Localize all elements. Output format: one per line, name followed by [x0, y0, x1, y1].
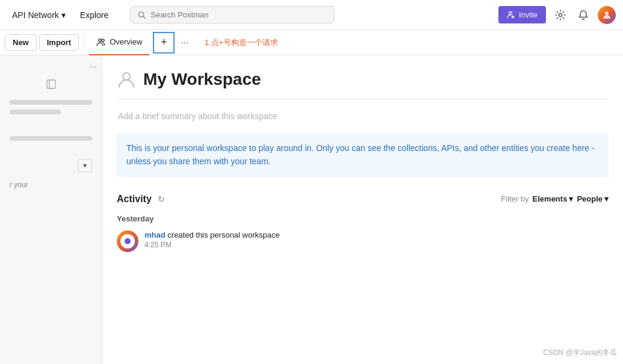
sidebar-dropdown-button[interactable]: ▾	[78, 159, 92, 172]
api-network-label: API Network	[12, 10, 59, 20]
svg-point-2	[509, 11, 512, 14]
search-bar[interactable]	[130, 6, 335, 23]
new-button[interactable]: New	[5, 34, 37, 51]
avatar-dot	[125, 238, 131, 244]
dropdown-label: ▾	[83, 161, 87, 170]
svg-point-7	[99, 39, 101, 41]
people-filter-button[interactable]: People ▾	[577, 194, 609, 203]
sidebar-placeholder-bar2	[10, 136, 92, 141]
sidebar-dropdown[interactable]: ▾	[0, 155, 102, 176]
activity-item: mhad created this personal workspace 4:2…	[117, 230, 609, 252]
import-button-label: Import	[47, 38, 71, 47]
sidebar-preview-label: r your	[10, 180, 28, 189]
activity-user-link[interactable]: mhad	[144, 230, 166, 239]
elements-filter-label: Elements	[533, 194, 568, 203]
activity-user-avatar	[117, 230, 138, 252]
tab-divider	[84, 34, 84, 51]
explore-button[interactable]: Explore	[75, 8, 113, 22]
overview-tab[interactable]: Overview	[89, 30, 149, 55]
sidebar-placeholder-bar-short	[10, 110, 61, 114]
search-icon	[138, 11, 146, 19]
info-box-text: This is your personal workspace to play …	[126, 141, 599, 168]
explore-label: Explore	[80, 10, 108, 20]
activity-title: Activity	[117, 194, 152, 205]
settings-button[interactable]	[552, 7, 569, 23]
main-content: My Workspace Add a brief summary about t…	[102, 55, 623, 364]
left-sidebar: ··· ▾ r your	[0, 55, 102, 364]
user-avatar[interactable]	[598, 6, 616, 24]
activity-header: Activity ↻ Filter by Elements ▾ People ▾	[117, 194, 609, 205]
summary-placeholder[interactable]: Add a brief summary about this workspace	[117, 111, 609, 121]
notification-button[interactable]	[575, 7, 592, 23]
svg-point-5	[559, 13, 562, 16]
filter-controls: Filter by Elements ▾ People ▾	[501, 194, 609, 203]
tab-bar: New Import Overview + ··· 1.点+号构造一个请求	[0, 30, 623, 55]
svg-rect-9	[47, 80, 55, 88]
bell-icon	[577, 9, 589, 21]
people-icon	[96, 38, 106, 46]
svg-point-8	[102, 39, 104, 41]
watermark-text: CSDN @学Java的冬瓜	[543, 348, 617, 358]
more-tabs-button[interactable]: ···	[177, 35, 192, 51]
sidebar-collapsed-icon	[0, 73, 102, 95]
elements-filter-button[interactable]: Elements ▾	[533, 194, 574, 203]
person-plus-icon	[507, 11, 515, 19]
people-chevron-icon: ▾	[604, 194, 609, 203]
info-box: This is your personal workspace to play …	[117, 133, 609, 177]
new-tab-button[interactable]: +	[153, 32, 175, 54]
workspace-avatar-icon	[117, 70, 136, 89]
activity-text: mhad created this personal workspace	[144, 230, 280, 239]
overview-tab-label: Overview	[110, 37, 142, 46]
people-filter-label: People	[577, 194, 603, 203]
search-input[interactable]	[150, 10, 327, 19]
sidebar-preview-text: r your	[0, 176, 102, 194]
section-divider	[117, 99, 609, 99]
workspace-header: My Workspace	[117, 55, 609, 99]
activity-timestamp: 4:25 PM	[144, 241, 280, 249]
filter-by-label: Filter by	[501, 194, 528, 203]
nav-right-section: Invite	[498, 6, 616, 24]
sidebar-more-button[interactable]: ···	[90, 61, 97, 71]
sidebar-placeholder-bar	[10, 100, 92, 105]
top-navigation: API Network ▾ Explore Invite	[0, 0, 623, 30]
plus-icon: +	[161, 36, 167, 49]
yesterday-label: Yesterday	[117, 214, 609, 223]
invite-label: Invite	[519, 10, 538, 19]
invite-button[interactable]: Invite	[498, 6, 546, 23]
activity-action-text: created this personal workspace	[167, 230, 279, 239]
ellipsis-icon: ···	[181, 37, 188, 48]
refresh-icon[interactable]: ↻	[158, 194, 165, 204]
svg-point-11	[123, 73, 130, 80]
activity-detail: mhad created this personal workspace 4:2…	[144, 230, 280, 249]
avatar-icon	[601, 10, 612, 20]
svg-point-6	[605, 11, 609, 15]
avatar-inner	[120, 234, 135, 248]
workspace-title: My Workspace	[143, 70, 261, 89]
annotation-text: 1.点+号构造一个请求	[205, 37, 278, 48]
gear-icon	[554, 9, 566, 21]
import-button[interactable]: Import	[39, 34, 79, 51]
api-network-button[interactable]: API Network ▾	[7, 8, 70, 22]
main-layout: ··· ▾ r your My Workspace	[0, 55, 623, 364]
new-button-label: New	[13, 38, 29, 47]
sidebar-icon	[46, 79, 56, 89]
chevron-down-icon: ▾	[61, 10, 66, 20]
elements-chevron-icon: ▾	[569, 194, 573, 203]
svg-line-1	[143, 16, 145, 18]
